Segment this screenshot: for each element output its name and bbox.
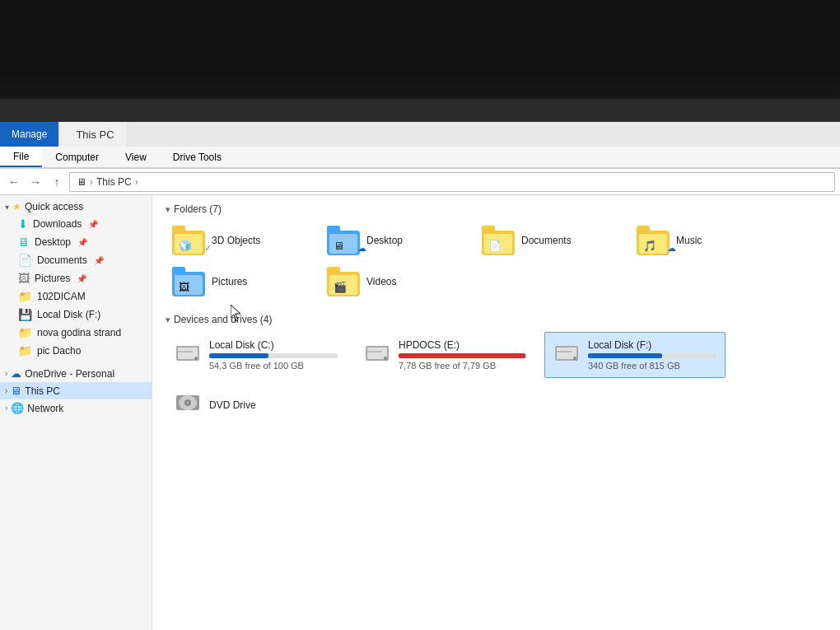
tab-computer[interactable]: Computer <box>42 147 112 167</box>
onedrive-icon: ☁ <box>11 367 21 380</box>
sidebar-item-downloads[interactable]: ⬇ Downloads 📌 <box>0 215 152 233</box>
documents-icon: 📄 <box>18 254 32 267</box>
folders-section-header[interactable]: ▾ Folders (7) <box>166 203 827 215</box>
tab-manage[interactable]: Manage <box>0 122 59 147</box>
folder-name-3d: 3D Objects <box>212 235 260 246</box>
sidebar-item-102dicam[interactable]: 📁 102DICAM <box>0 287 152 306</box>
folder-documents[interactable]: 📄 Documents <box>475 222 623 259</box>
folder-overlay-3d: 🧊 <box>179 240 192 252</box>
folder-thumb-3d: 🧊 ✓ <box>172 226 205 255</box>
folder-icon-nova: 📁 <box>18 326 32 339</box>
drive-e-name: HPDOCS (E:) <box>399 339 527 351</box>
devices-section-header[interactable]: ▾ Devices and drives (4) <box>166 314 827 325</box>
desktop-label: Desktop <box>35 236 71 248</box>
address-path[interactable]: 🖥 › This PC › <box>69 172 835 192</box>
drive-c-bar-container <box>209 353 338 358</box>
tab-view[interactable]: View <box>112 147 160 167</box>
sync-icon-music: ☁ <box>667 243 676 254</box>
folder-overlay-documents: 📄 <box>488 240 502 252</box>
sidebar-item-localdisk-f[interactable]: 💾 Local Disk (F:) <box>0 306 152 324</box>
network-header[interactable]: › 🌐 Network <box>0 399 152 417</box>
address-bar: ← → ↑ 🖥 › This PC › <box>0 169 840 195</box>
drive-f-size: 340 GB free of 815 GB <box>588 361 716 371</box>
folder-thumb-desktop: 🖥 ☁ <box>327 226 360 255</box>
folder-3d-objects[interactable]: 🧊 ✓ 3D Objects <box>166 222 314 259</box>
tab-drive-tools[interactable]: Drive Tools <box>160 147 235 167</box>
drive-f-bar <box>588 353 662 358</box>
folders-arrow: ▾ <box>166 204 170 215</box>
folders-label: Folders (7) <box>174 203 222 215</box>
sidebar-item-pic-dacho[interactable]: 📁 pic Dacho <box>0 342 152 360</box>
folder-overlay-desktop: 🖥 <box>334 240 344 252</box>
quick-access-arrow: ▾ <box>5 203 9 212</box>
drives-grid: Local Disk (C:) 54,3 GB free of 100 GB <box>166 332 827 427</box>
sidebar-item-documents[interactable]: 📄 Documents 📌 <box>0 251 152 269</box>
sidebar-item-pictures[interactable]: 🖼 Pictures 📌 <box>0 269 152 287</box>
svg-point-10 <box>573 357 576 360</box>
tab-thispc-label: This PC <box>59 122 125 147</box>
svg-point-2 <box>194 357 198 360</box>
drive-e-bar-container <box>399 353 527 358</box>
drive-dvd[interactable]: DVD Drive <box>166 383 347 427</box>
folder-thumb-music: 🎵 ☁ <box>637 226 670 255</box>
path-home-icon: 🖥 <box>77 176 86 188</box>
folder-overlay-videos: 🎬 <box>334 281 347 293</box>
svg-point-15 <box>187 402 189 404</box>
pin-icon-documents: 📌 <box>94 256 104 265</box>
pictures-icon: 🖼 <box>18 272 30 285</box>
folder-videos[interactable]: 🎬 Videos <box>320 263 469 301</box>
drive-c-bar <box>209 353 268 358</box>
quick-access-label: Quick access <box>25 201 83 212</box>
tab-file[interactable]: File <box>0 147 42 167</box>
thispc-arrow: › <box>5 386 7 395</box>
thispc-header[interactable]: › 🖥 This PC <box>0 382 152 399</box>
drive-f-info: Local Disk (F:) 340 GB free of 815 GB <box>588 339 716 371</box>
drive-icon-f: 💾 <box>18 308 32 321</box>
network-label: Network <box>27 403 63 414</box>
sidebar-item-nova-godina[interactable]: 📁 nova godina strand <box>0 324 152 342</box>
drive-c-size: 54,3 GB free of 100 GB <box>209 361 338 371</box>
folder-pictures[interactable]: 🖼 Pictures <box>166 263 314 301</box>
folder-music[interactable]: 🎵 ☁ Music <box>630 222 778 259</box>
drive-c-icon <box>175 341 201 370</box>
check-icon-3d: ✓ <box>204 243 212 254</box>
onedrive-header[interactable]: › ☁ OneDrive - Personal <box>0 365 152 382</box>
forward-button[interactable]: → <box>26 173 44 191</box>
downloads-label: Downloads <box>33 218 82 230</box>
drive-f[interactable]: Local Disk (F:) 340 GB free of 815 GB <box>544 332 726 378</box>
svg-rect-11 <box>557 351 572 352</box>
nova-godina-label: nova godina strand <box>37 327 121 338</box>
drive-dvd-icon <box>175 390 201 419</box>
drive-c-info: Local Disk (C:) 54,3 GB free of 100 GB <box>209 339 338 371</box>
drive-e[interactable]: HPDOCS (E:) 7,78 GB free of 7,79 GB <box>355 332 536 378</box>
102dicam-label: 102DICAM <box>37 291 86 302</box>
desktop-icon: 🖥 <box>18 236 30 249</box>
folder-desktop[interactable]: 🖥 ☁ Desktop <box>320 222 469 259</box>
documents-label: Documents <box>37 254 87 266</box>
sync-icon-desktop: ☁ <box>357 243 366 254</box>
drive-dvd-info: DVD Drive <box>209 399 338 411</box>
drive-f-bar-container <box>588 353 716 358</box>
folder-name-videos: Videos <box>366 276 396 287</box>
drive-c[interactable]: Local Disk (C:) 54,3 GB free of 100 GB <box>166 332 347 378</box>
pin-icon-downloads: 📌 <box>88 220 98 229</box>
folder-name-music: Music <box>676 235 702 246</box>
folders-grid: 🧊 ✓ 3D Objects 🖥 ☁ Desktop <box>166 222 827 301</box>
onedrive-label: OneDrive - Personal <box>25 368 114 380</box>
pictures-label: Pictures <box>35 273 70 284</box>
explorer-window: Manage This PC File Computer View Drive … <box>0 122 840 630</box>
up-button[interactable]: ↑ <box>48 173 66 191</box>
main-file-area: ▾ Folders (7) 🧊 ✓ 3D Objects <box>152 195 840 630</box>
sidebar-item-desktop[interactable]: 🖥 Desktop 📌 <box>0 233 152 251</box>
folder-name-documents: Documents <box>521 235 572 246</box>
drive-f-icon <box>553 341 580 370</box>
quick-access-header[interactable]: ▾ ★ Quick access <box>0 198 152 215</box>
drive-f-name: Local Disk (F:) <box>588 339 716 351</box>
downloads-icon: ⬇ <box>18 217 28 231</box>
folder-thumb-videos: 🎬 <box>327 267 360 296</box>
ribbon-tab-row: Manage This PC <box>0 122 840 147</box>
thispc-icon: 🖥 <box>11 385 21 397</box>
devices-arrow: ▾ <box>166 315 170 325</box>
back-button[interactable]: ← <box>5 173 23 191</box>
drive-e-info: HPDOCS (E:) 7,78 GB free of 7,79 GB <box>399 339 527 371</box>
